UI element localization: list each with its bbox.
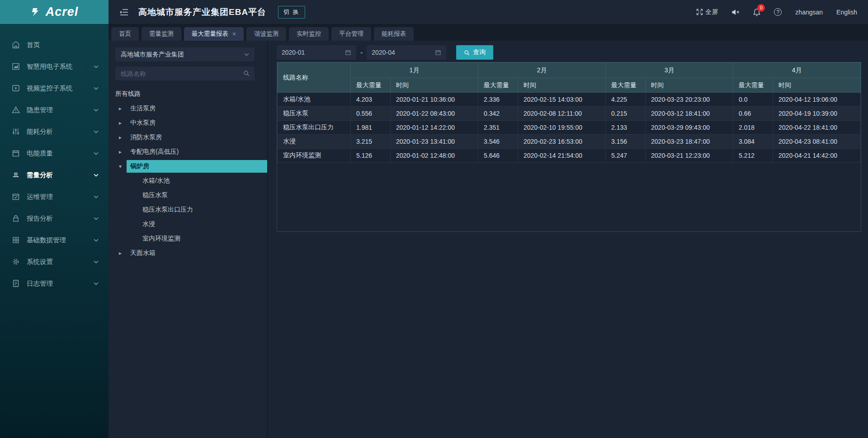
tree-root[interactable]: 所有线路 (108, 87, 267, 101)
query-button-label: 查询 (473, 48, 486, 57)
tab-demand-monitor[interactable]: 需量监测 (142, 27, 181, 41)
tab-label: 需量监测 (149, 30, 174, 38)
tree-node-label[interactable]: 天面水箱 (127, 247, 267, 259)
sidebar-item-label: 电能质量 (27, 149, 94, 158)
cell-time: 2020-01-22 08:43:00 (391, 107, 478, 121)
notifications-button[interactable]: 0 (753, 8, 760, 16)
sidebar-item-hazard-mgmt[interactable]: 隐患管理 (0, 99, 108, 121)
caret-right-icon[interactable]: ▸ (119, 250, 127, 256)
home-icon (12, 41, 20, 49)
sidebar-item-home[interactable]: 首页 (0, 34, 108, 56)
caret-right-icon[interactable]: ▸ (119, 149, 127, 155)
column-header-time: 时间 (518, 78, 606, 93)
tab-energy-report[interactable]: 能耗报表 (374, 27, 414, 41)
cell-max-demand: 3.156 (606, 135, 646, 149)
chevron-down-icon (94, 239, 99, 242)
sidebar-item-video-monitor-system[interactable]: 视频监控子系统 (0, 77, 108, 99)
cell-time: 2020-02-10 19:55:00 (518, 121, 606, 135)
acrel-logo[interactable]: Acrel (0, 0, 108, 24)
switch-button[interactable]: 切 换 (278, 6, 305, 19)
sidebar-item-system-settings[interactable]: 系统设置 (0, 251, 108, 273)
chevron-down-icon (94, 260, 99, 264)
main-content: 2020-01 - 2020-04 (268, 41, 868, 438)
chevron-down-icon (94, 217, 99, 220)
query-button[interactable]: 查询 (456, 45, 493, 60)
tree-child-node[interactable]: 稳压水泵 (108, 188, 267, 203)
sidebar-menu: 首页智慧用电子系统视频监控子系统隐患管理能耗分析电能质量需量分析运维管理报告分析… (0, 24, 108, 438)
help-button[interactable]: ? (774, 8, 782, 16)
table-row[interactable]: 水浸3.2152020-01-23 13:41:003.5462020-02-2… (278, 135, 861, 149)
table-subheader-row: 最大需量时间最大需量时间最大需量时间最大需量时间 (278, 78, 861, 93)
tree-child-node[interactable]: 水箱/水池 (108, 174, 267, 188)
org-select[interactable]: 高地城市服务产业集团 (115, 47, 255, 61)
sidebar-item-log-mgmt[interactable]: 日志管理 (0, 273, 108, 294)
cell-max-demand: 2.351 (478, 121, 518, 135)
tree-node[interactable]: ▾锅炉房 (108, 159, 267, 174)
tab-home[interactable]: 首页 (111, 27, 139, 41)
cell-time: 2020-03-21 12:23:00 (646, 149, 733, 163)
tree-child-node[interactable]: 水浸 (108, 217, 267, 231)
language-switch[interactable]: English (836, 9, 857, 16)
tree-node-label[interactable]: 生活泵房 (127, 102, 267, 115)
sidebar-item-label: 能耗分析 (27, 127, 94, 136)
tree-node[interactable]: ▸天面水箱 (108, 246, 267, 260)
menu-fold-icon[interactable] (119, 9, 128, 16)
caret-right-icon[interactable]: ▸ (119, 105, 127, 112)
caret-right-icon[interactable]: ▸ (119, 120, 127, 126)
tab-platform-mgmt[interactable]: 平台管理 (331, 27, 371, 41)
sidebar-item-demand-analysis[interactable]: 需量分析 (0, 164, 108, 186)
tree-node-label: 水箱/水池 (142, 177, 170, 185)
sidebar-item-basic-data-mgmt[interactable]: 基础数据管理 (0, 229, 108, 251)
tree-child-node[interactable]: 室内环境监测 (108, 231, 267, 246)
column-header-month: 2月 (478, 63, 606, 78)
tree-node-label[interactable]: 锅炉房 (127, 160, 267, 173)
grid-icon (12, 236, 20, 244)
mute-button[interactable] (731, 9, 740, 15)
chevron-down-icon (244, 53, 249, 56)
table-row[interactable]: 稳压水泵出口压力1.9812020-01-12 14:22:002.351202… (278, 121, 861, 135)
table-row[interactable]: 稳压水泵0.5562020-01-22 08:43:000.3422020-02… (278, 107, 861, 121)
tree-node[interactable]: ▸消防水泵房 (108, 130, 267, 145)
close-icon[interactable]: × (232, 30, 236, 38)
tab-label: 谐波监测 (254, 30, 278, 38)
tree-node-label[interactable]: 中水泵房 (127, 117, 267, 129)
table-row[interactable]: 水箱/水池4.2032020-01-21 10:36:002.3362020-0… (278, 93, 861, 107)
sidebar-item-power-quality[interactable]: 电能质量 (0, 142, 108, 164)
sidebar-item-label: 系统设置 (27, 258, 94, 266)
acrel-logo-icon (30, 6, 42, 18)
cell-line-name: 水浸 (278, 135, 351, 149)
cell-max-demand: 5.126 (351, 149, 391, 163)
cell-max-demand: 5.646 (478, 149, 518, 163)
tab-max-demand-report[interactable]: 最大需量报表× (184, 27, 244, 41)
tree-node[interactable]: ▸中水泵房 (108, 116, 267, 130)
caret-down-icon[interactable]: ▾ (119, 163, 127, 170)
date-range-separator: - (360, 48, 363, 57)
tree-node-label[interactable]: 专配电房(高低压) (127, 146, 267, 158)
tree-node[interactable]: ▸生活泵房 (108, 101, 267, 116)
table-row[interactable]: 室内环境监测5.1262020-01-02 12:48:005.6462020-… (278, 149, 861, 163)
tab-realtime-monitor[interactable]: 实时监控 (289, 27, 329, 41)
column-header-time: 时间 (646, 78, 733, 93)
sidebar-item-smart-power-system[interactable]: 智慧用电子系统 (0, 56, 108, 77)
cell-time: 2020-02-08 12:11:00 (518, 107, 606, 121)
date-from-picker[interactable]: 2020-01 (277, 45, 356, 60)
column-header-month: 1月 (351, 63, 478, 78)
column-header-max-demand: 最大需量 (733, 78, 773, 93)
caret-right-icon[interactable]: ▸ (119, 134, 127, 141)
tree-node-label[interactable]: 消防水泵房 (127, 131, 267, 144)
tree-node[interactable]: ▸专配电房(高低压) (108, 145, 267, 159)
search-icon (464, 50, 470, 56)
tree-child-node[interactable]: 稳压水泵出口压力 (108, 203, 267, 217)
date-to-picker[interactable]: 2020-04 (367, 45, 446, 60)
search-input[interactable] (115, 66, 255, 80)
cell-time: 2020-03-23 20:23:00 (646, 93, 733, 107)
tab-harmonic-monitor[interactable]: 谐波监测 (246, 27, 286, 41)
cell-time: 2020-03-12 18:41:00 (646, 107, 733, 121)
sidebar-item-report-analysis[interactable]: 报告分析 (0, 207, 108, 229)
fullscreen-button[interactable]: 全屏 (696, 8, 718, 16)
cell-time: 2020-02-14 21:54:00 (518, 149, 606, 163)
sidebar-item-ops-mgmt[interactable]: 运维管理 (0, 186, 108, 207)
cell-max-demand: 0.0 (733, 93, 773, 107)
sidebar-item-energy-analysis[interactable]: 能耗分析 (0, 121, 108, 142)
username[interactable]: zhangsan (795, 9, 823, 16)
